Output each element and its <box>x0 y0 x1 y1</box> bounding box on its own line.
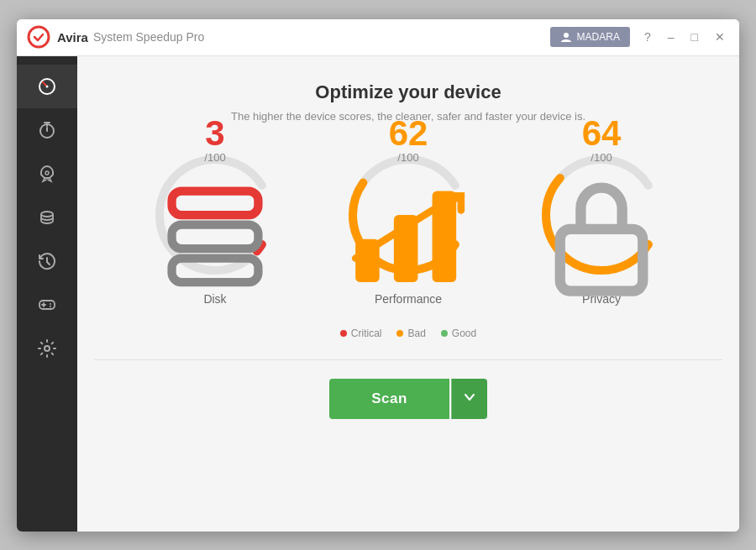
game-icon <box>37 295 57 315</box>
user-icon <box>560 31 572 43</box>
sidebar-item-rocket[interactable] <box>17 152 77 196</box>
minimize-button[interactable]: – <box>664 29 679 45</box>
rocket-icon <box>37 164 57 184</box>
legend: Critical Bad Good <box>340 327 476 339</box>
svg-rect-15 <box>172 258 259 282</box>
legend-critical-label: Critical <box>351 327 382 339</box>
svg-point-1 <box>564 33 569 38</box>
svg-rect-23 <box>560 228 643 291</box>
gauge-performance-total: /100 <box>341 150 475 163</box>
legend-bad: Bad <box>396 327 425 339</box>
legend-good-dot <box>441 330 448 337</box>
gauge-disk: 3 /100 Disk <box>135 148 295 306</box>
content-area: Optimize your device The higher the devi… <box>77 56 739 532</box>
gauge-privacy-score: 64 <box>534 115 669 150</box>
main-area: Optimize your device The higher the devi… <box>17 56 739 532</box>
svg-point-6 <box>41 212 53 217</box>
divider <box>94 359 722 360</box>
app-logo-icon <box>27 25 50 49</box>
gauge-privacy: 64 /100 Privacy <box>522 148 681 306</box>
maximize-button[interactable]: □ <box>687 29 702 45</box>
svg-point-10 <box>45 346 50 351</box>
gauge-performance-score: 62 <box>341 115 475 150</box>
gauge-disk-wrapper: 3 /100 <box>148 148 282 282</box>
close-button[interactable]: ✕ <box>711 29 729 45</box>
gauge-disk-total: /100 <box>148 150 282 163</box>
app-window: Avira System Speedup Pro MADARA ? – □ ✕ <box>17 19 739 532</box>
settings-icon <box>37 338 57 359</box>
window-controls: ? – □ ✕ <box>640 29 729 45</box>
app-name: Avira <box>57 30 88 45</box>
gauge-privacy-icon <box>534 166 669 306</box>
sidebar-item-settings[interactable] <box>17 327 77 370</box>
legend-critical: Critical <box>340 327 382 339</box>
gauge-privacy-center: 64 /100 <box>534 115 669 306</box>
sidebar-item-history[interactable] <box>17 239 77 283</box>
gauge-disk-center: 3 /100 <box>148 115 282 306</box>
app-subtitle: System Speedup Pro <box>93 30 204 44</box>
legend-bad-dot <box>396 330 403 337</box>
sidebar-item-disk[interactable] <box>17 196 77 239</box>
legend-critical-dot <box>340 330 347 337</box>
sidebar <box>17 56 77 532</box>
scan-area: Scan <box>329 379 487 419</box>
gauge-privacy-wrapper: 64 /100 <box>534 148 669 282</box>
legend-good: Good <box>441 327 476 339</box>
svg-point-9 <box>50 306 51 307</box>
svg-point-5 <box>45 171 49 175</box>
dashboard-icon <box>37 76 57 97</box>
gauge-performance-wrapper: 62 /100 <box>341 148 475 282</box>
svg-point-8 <box>50 303 51 305</box>
gauges-row: 3 /100 Disk <box>135 148 681 306</box>
sidebar-item-game[interactable] <box>17 283 77 327</box>
gauge-performance-icon <box>341 166 475 306</box>
legend-bad-label: Bad <box>407 327 425 339</box>
svg-rect-13 <box>172 191 259 215</box>
sidebar-item-dashboard[interactable] <box>17 65 77 108</box>
titlebar: Avira System Speedup Pro MADARA ? – □ ✕ <box>17 19 739 56</box>
gauge-disk-score: 3 <box>148 115 282 150</box>
gauge-performance: 62 /100 <box>328 148 488 306</box>
history-icon <box>37 251 57 271</box>
scan-dropdown-button[interactable] <box>451 379 487 419</box>
gauge-performance-center: 62 /100 <box>341 115 475 306</box>
svg-point-0 <box>29 27 49 47</box>
user-button[interactable]: MADARA <box>550 27 630 47</box>
clean-icon <box>37 207 57 228</box>
svg-point-3 <box>46 85 49 87</box>
gauge-privacy-total: /100 <box>534 150 669 163</box>
scan-button[interactable]: Scan <box>329 379 449 419</box>
page-title: Optimize your device <box>315 81 501 103</box>
gauge-disk-icon <box>148 166 282 306</box>
timer-icon <box>37 120 57 140</box>
help-button[interactable]: ? <box>640 29 655 45</box>
svg-rect-14 <box>172 224 259 249</box>
legend-good-label: Good <box>452 327 476 339</box>
chevron-down-icon <box>464 391 475 403</box>
sidebar-item-timer[interactable] <box>17 108 77 152</box>
